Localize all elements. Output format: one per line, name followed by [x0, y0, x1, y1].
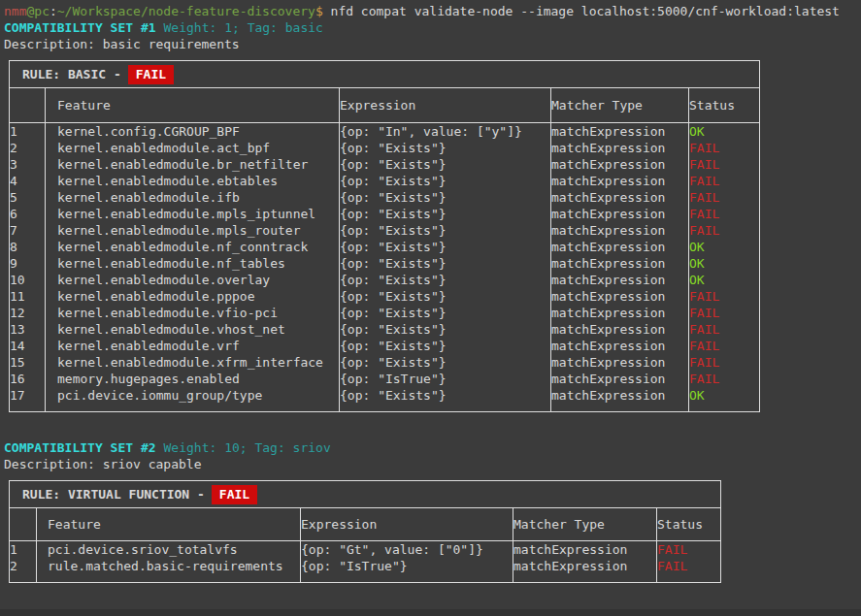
- row-index: 2: [10, 140, 46, 156]
- matcher-type: matchExpression: [551, 371, 689, 387]
- prompt-username: nmm: [4, 4, 26, 18]
- status-value: FAIL: [689, 338, 760, 354]
- rule-table-body: 1 pci.device.sriov_totalvfs {op: "Gt", v…: [10, 541, 721, 583]
- status-value: FAIL: [689, 222, 760, 239]
- feature-name: kernel.enabledmodule.vfio-pci: [46, 305, 340, 321]
- feature-row: 8 kernel.enabledmodule.nf_conntrack {op:…: [10, 239, 760, 255]
- rule-table-basic: RULE: BASIC -FAIL Feature Expression Mat…: [9, 60, 760, 412]
- row-index: 10: [10, 272, 46, 288]
- rule-header-row: RULE: VIRTUAL FUNCTION -FAIL: [10, 481, 721, 508]
- col-header-index: [10, 508, 37, 541]
- compat-set-1-heading: COMPATIBILITY SET #1Weight: 1; Tag: basi…: [4, 19, 861, 36]
- expression-value: {op: "Exists"}: [340, 222, 551, 239]
- row-index: 14: [10, 338, 46, 354]
- matcher-type: matchExpression: [551, 140, 689, 156]
- feature-row: 1 kernel.config.CGROUP_BPF {op: "In", va…: [10, 123, 760, 141]
- feature-row: 2 kernel.enabledmodule.act_bpf {op: "Exi…: [10, 140, 760, 156]
- row-index: 15: [10, 354, 46, 371]
- matcher-type: matchExpression: [551, 222, 689, 239]
- feature-row: 17 pci.device.iommu_group/type {op: "Exi…: [10, 387, 760, 412]
- status-value: OK: [689, 255, 760, 272]
- col-header-index: [10, 88, 46, 123]
- compat-set-2-description: Description: sriov capable: [4, 456, 861, 472]
- matcher-type: matchExpression: [551, 338, 689, 354]
- column-header-row: Feature Expression Matcher Type Status: [10, 88, 760, 123]
- status-value: FAIL: [689, 206, 760, 222]
- feature-name: kernel.enabledmodule.nf_tables: [46, 255, 340, 272]
- feature-row: 12 kernel.enabledmodule.vfio-pci {op: "E…: [10, 305, 760, 321]
- rule-header-cell: RULE: BASIC -FAIL: [10, 61, 760, 88]
- rule-header-cell: RULE: VIRTUAL FUNCTION -FAIL: [10, 481, 721, 508]
- feature-row: 11 kernel.enabledmodule.pppoe {op: "Exis…: [10, 288, 760, 305]
- expression-value: {op: "Exists"}: [340, 272, 551, 288]
- col-header-expression: Expression: [340, 88, 551, 123]
- prompt-host: @pc: [26, 4, 49, 18]
- matcher-type: matchExpression: [551, 288, 689, 305]
- feature-name: kernel.enabledmodule.ebtables: [46, 173, 340, 189]
- feature-name: kernel.enabledmodule.vrf: [46, 338, 340, 354]
- feature-row: 5 kernel.enabledmodule.ifb {op: "Exists"…: [10, 189, 760, 206]
- matcher-type: matchExpression: [551, 189, 689, 206]
- feature-row: 4 kernel.enabledmodule.ebtables {op: "Ex…: [10, 173, 760, 189]
- feature-row: 16 memory.hugepages.enabled {op: "IsTrue…: [10, 371, 760, 387]
- matcher-type: matchExpression: [513, 558, 657, 583]
- status-value: OK: [689, 239, 760, 255]
- expression-value: {op: "Exists"}: [340, 173, 551, 189]
- feature-name: kernel.enabledmodule.ifb: [46, 189, 340, 206]
- expression-value: {op: "Exists"}: [340, 206, 551, 222]
- column-header-row: Feature Expression Matcher Type Status: [10, 508, 721, 541]
- status-value: OK: [689, 272, 760, 288]
- expression-value: {op: "Exists"}: [340, 255, 551, 272]
- feature-row: 6 kernel.enabledmodule.mpls_iptunnel {op…: [10, 206, 760, 222]
- terminal-bottom-edge: [0, 609, 861, 616]
- col-header-expression: Expression: [301, 508, 513, 541]
- expression-value: {op: "Gt", value: ["0"]}: [301, 541, 513, 559]
- feature-name: kernel.enabledmodule.xfrm_interface: [46, 354, 340, 371]
- expression-value: {op: "IsTrue"}: [301, 558, 513, 583]
- terminal-window: nmm@pc:~/Workspace/node-feature-discover…: [0, 0, 861, 616]
- compat-set-1-meta: Weight: 1; Tag: basic: [164, 20, 323, 35]
- feature-row: 13 kernel.enabledmodule.vhost_net {op: "…: [10, 321, 760, 338]
- matcher-type: matchExpression: [551, 173, 689, 189]
- feature-row: 7 kernel.enabledmodule.mpls_router {op: …: [10, 222, 760, 239]
- shell-prompt-line: nmm@pc:~/Workspace/node-feature-discover…: [4, 3, 861, 19]
- matcher-type: matchExpression: [551, 321, 689, 338]
- feature-name: kernel.enabledmodule.vhost_net: [46, 321, 340, 338]
- matcher-type: matchExpression: [551, 305, 689, 321]
- col-header-feature: Feature: [37, 508, 301, 541]
- expression-value: {op: "In", value: ["y"]}: [340, 123, 551, 141]
- feature-row: 3 kernel.enabledmodule.br_netfilter {op:…: [10, 156, 760, 173]
- matcher-type: matchExpression: [551, 206, 689, 222]
- row-index: 4: [10, 173, 46, 189]
- compat-set-2-title: COMPATIBILITY SET #2: [4, 440, 156, 455]
- row-index: 12: [10, 305, 46, 321]
- matcher-type: matchExpression: [513, 541, 657, 559]
- feature-name: kernel.enabledmodule.mpls_iptunnel: [46, 206, 340, 222]
- rule-title: RULE: VIRTUAL FUNCTION -: [22, 486, 205, 501]
- expression-value: {op: "IsTrue"}: [340, 371, 551, 387]
- col-header-matcher-type: Matcher Type: [551, 88, 689, 123]
- feature-row: 14 kernel.enabledmodule.vrf {op: "Exists…: [10, 338, 760, 354]
- matcher-type: matchExpression: [551, 255, 689, 272]
- expression-value: {op: "Exists"}: [340, 305, 551, 321]
- expression-value: {op: "Exists"}: [340, 239, 551, 255]
- feature-name: pci.device.sriov_totalvfs: [37, 541, 301, 559]
- expression-value: {op: "Exists"}: [340, 321, 551, 338]
- feature-name: kernel.enabledmodule.br_netfilter: [46, 156, 340, 173]
- expression-value: {op: "Exists"}: [340, 140, 551, 156]
- matcher-type: matchExpression: [551, 156, 689, 173]
- feature-name: kernel.enabledmodule.mpls_router: [46, 222, 340, 239]
- feature-name: pci.device.iommu_group/type: [46, 387, 340, 412]
- expression-value: {op: "Exists"}: [340, 338, 551, 354]
- status-value: OK: [689, 387, 760, 412]
- expression-value: {op: "Exists"}: [340, 354, 551, 371]
- status-value: FAIL: [689, 189, 760, 206]
- row-index: 16: [10, 371, 46, 387]
- status-value: FAIL: [689, 371, 760, 387]
- row-index: 17: [10, 387, 46, 412]
- matcher-type: matchExpression: [551, 272, 689, 288]
- rule-table-body: 1 kernel.config.CGROUP_BPF {op: "In", va…: [10, 123, 760, 412]
- compat-set-1-title: COMPATIBILITY SET #1: [4, 20, 156, 35]
- status-value: FAIL: [689, 156, 760, 173]
- row-index: 8: [10, 239, 46, 255]
